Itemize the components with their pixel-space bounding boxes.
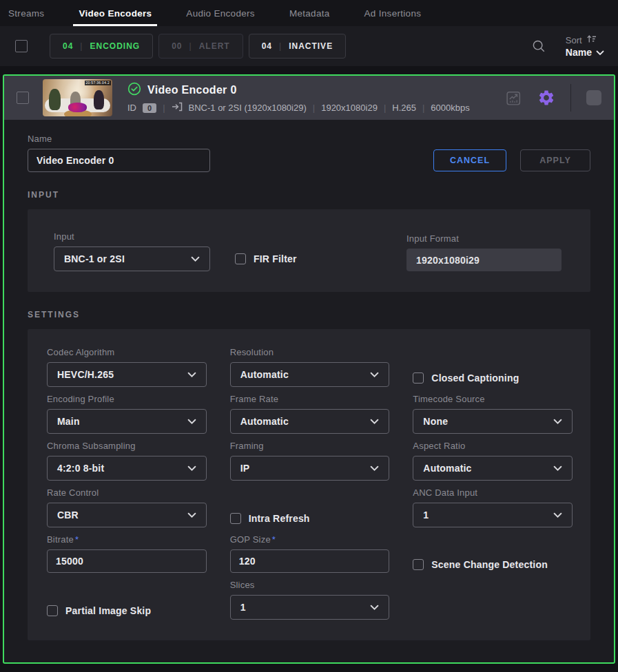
field-label: Timecode Source (413, 394, 573, 404)
tab-streams[interactable]: Streams (6, 0, 47, 26)
chevron-down-icon (596, 47, 604, 58)
thumbnail-person-left (49, 89, 61, 110)
field-framing: Framing IP (230, 441, 390, 481)
name-input[interactable] (28, 149, 210, 172)
checkbox-label: Partial Image Skip (65, 605, 151, 616)
filter-divider: | (279, 41, 282, 51)
field-label: Codec Algorithm (47, 347, 207, 357)
encoder-select-checkbox[interactable] (17, 92, 29, 104)
field-slices: Slices 1 (230, 580, 390, 620)
required-marker: * (272, 534, 276, 545)
fir-filter-checkbox[interactable] (235, 253, 246, 264)
timecode-source-select[interactable]: None (413, 409, 573, 434)
checkbox-label: Scene Change Detection (431, 559, 548, 570)
tab-ad-insertions[interactable]: Ad Insertions (362, 0, 424, 26)
anc-data-input-select[interactable]: 1 (413, 503, 573, 527)
status-check-icon (127, 82, 141, 98)
field-label: Aspect Ratio (413, 441, 573, 451)
cancel-button[interactable]: CANCEL (433, 149, 506, 171)
select-value: BNC-1 or 2SI (64, 253, 125, 264)
sort-label: Sort (566, 35, 582, 45)
gop-size-input[interactable] (230, 549, 390, 573)
tab-metadata[interactable]: Metadata (287, 0, 333, 26)
field-rate-control: Rate Control CBR (47, 487, 207, 527)
field-aspect-ratio: Aspect Ratio Automatic (413, 441, 573, 481)
tab-audio-encoders[interactable]: Audio Encoders (183, 0, 258, 26)
filter-alert[interactable]: 00 | ALERT (158, 34, 243, 59)
tab-video-encoders[interactable]: Video Encoders (76, 0, 154, 26)
intra-refresh-checkbox[interactable] (230, 513, 241, 524)
field-partial-image-skip: Partial Image Skip (47, 602, 207, 620)
status-filters: 04 | ENCODING 00 | ALERT 04 | INACTIVE (50, 34, 346, 59)
chevron-down-icon (191, 256, 200, 262)
field-timecode-source: Timecode Source None (413, 394, 573, 434)
checkbox-label: Intra Refresh (249, 513, 310, 524)
scene-change-detection-checkbox[interactable] (413, 559, 424, 570)
field-encoding-profile: Encoding Profile Main (47, 394, 207, 434)
chevron-down-icon (553, 465, 562, 472)
meta-divider: | (384, 103, 386, 113)
aspect-ratio-select[interactable]: Automatic (413, 456, 573, 481)
closed-captioning-checkbox[interactable] (413, 372, 424, 384)
select-value: Automatic (423, 463, 471, 474)
top-navigation: Streams Video Encoders Audio Encoders Me… (0, 0, 618, 26)
chroma-subsampling-select[interactable]: 4:2:0 8-bit (47, 456, 207, 481)
field-label: Frame Rate (230, 394, 390, 404)
field-scene-change-detection: Scene Change Detection (413, 556, 573, 573)
stats-chart-icon[interactable] (505, 90, 522, 107)
rate-control-select[interactable]: CBR (47, 503, 207, 527)
partial-image-skip-checkbox[interactable] (47, 605, 58, 616)
sort-value: Name (566, 47, 592, 58)
slices-select[interactable]: 1 (230, 595, 390, 620)
encoder-title: Video Encoder 0 (147, 84, 237, 96)
encoder-actions (505, 84, 601, 112)
filter-label: ALERT (199, 41, 230, 51)
checkbox-label: Closed Captioning (431, 372, 519, 384)
input-panel: Input BNC-1 or 2SI FIR Filter Input Form… (28, 209, 590, 292)
stop-button[interactable] (586, 90, 601, 105)
select-value: 1 (423, 510, 429, 521)
field-label: ANC Data Input (413, 487, 573, 498)
settings-panel: Codec Algorithm HEVC/H.265 Resolution Au… (28, 329, 590, 640)
input-select[interactable]: BNC-1 or 2SI (54, 246, 210, 271)
codec-value: H.265 (392, 103, 416, 113)
settings-gear-icon[interactable] (537, 89, 555, 107)
field-chroma-subsampling: Chroma Subsampling 4:2:0 8-bit (47, 441, 207, 481)
chevron-down-icon (370, 605, 379, 611)
format-value: 1920x1080i29 (321, 103, 378, 113)
field-label: Resolution (230, 347, 390, 357)
resolution-select[interactable]: Automatic (230, 362, 390, 387)
thumbnail-timecode: 20:57:36.04.2 (85, 81, 111, 85)
encoder-thumbnail[interactable]: 20:57:36.04.2 (43, 79, 112, 116)
bitrate-input[interactable] (47, 549, 207, 573)
filter-inactive[interactable]: 04 | INACTIVE (249, 34, 347, 59)
filter-encoding[interactable]: 04 | ENCODING (50, 34, 153, 59)
sort-control[interactable]: Sort Name (566, 34, 608, 58)
chevron-down-icon (553, 419, 562, 425)
encoder-card: 20:57:36.04.2 Video Encoder 0 ID 0 | BNC… (3, 74, 615, 664)
input-format-label: Input Format (406, 233, 562, 244)
toolbar-right: Sort Name (531, 34, 608, 58)
codec-algorithm-select[interactable]: HEVC/H.265 (47, 362, 207, 387)
select-value: HEVC/H.265 (57, 369, 114, 380)
select-value: None (423, 416, 448, 427)
select-all-checkbox[interactable] (15, 40, 28, 52)
toolbar: 04 | ENCODING 00 | ALERT 04 | INACTIVE S… (0, 26, 618, 66)
form-buttons: CANCEL APPLY (433, 149, 590, 172)
chevron-down-icon (553, 512, 562, 518)
frame-rate-select[interactable]: Automatic (230, 409, 390, 434)
chevron-down-icon (187, 372, 196, 378)
search-icon[interactable] (531, 39, 546, 54)
filter-count: 04 (262, 41, 272, 51)
framing-select[interactable]: IP (230, 456, 390, 481)
settings-section-title: SETTINGS (28, 310, 590, 319)
select-value: IP (240, 463, 250, 474)
meta-divider: | (422, 103, 424, 113)
meta-divider: | (163, 103, 165, 113)
name-label: Name (28, 134, 590, 144)
field-input: Input BNC-1 or 2SI (54, 231, 210, 271)
apply-button[interactable]: APPLY (520, 149, 590, 171)
thumbnail-person-right (94, 90, 104, 109)
encoding-profile-select[interactable]: Main (47, 409, 207, 434)
field-frame-rate: Frame Rate Automatic (230, 394, 390, 434)
